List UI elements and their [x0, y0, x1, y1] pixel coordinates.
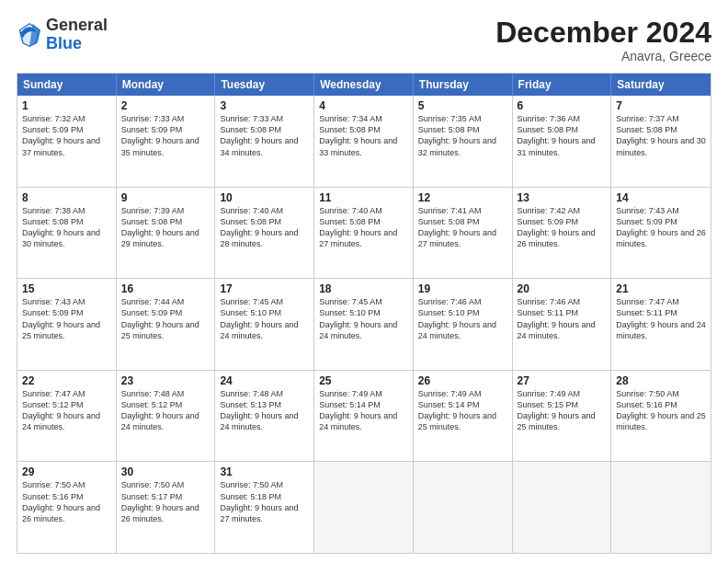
month-title: December 2024: [495, 17, 711, 49]
day-number: 3: [220, 99, 309, 112]
day-number: 24: [220, 374, 309, 387]
day-cell-8: 8Sunrise: 7:38 AM Sunset: 5:08 PM Daylig…: [17, 188, 117, 279]
day-cell-7: 7Sunrise: 7:37 AM Sunset: 5:08 PM Daylig…: [611, 96, 711, 187]
day-number: 27: [518, 374, 607, 387]
header-thursday: Thursday: [414, 74, 513, 96]
day-cell-22: 22Sunrise: 7:47 AM Sunset: 5:12 PM Dayli…: [17, 371, 117, 462]
cell-details: Sunrise: 7:46 AM Sunset: 5:11 PM Dayligh…: [518, 296, 607, 341]
day-cell-24: 24Sunrise: 7:48 AM Sunset: 5:13 PM Dayli…: [215, 371, 314, 462]
cell-details: Sunrise: 7:40 AM Sunset: 5:08 PM Dayligh…: [220, 205, 309, 250]
logo-general: General: [46, 16, 108, 34]
day-cell-19: 19Sunrise: 7:46 AM Sunset: 5:10 PM Dayli…: [414, 279, 513, 370]
calendar: Sunday Monday Tuesday Wednesday Thursday…: [17, 73, 711, 554]
empty-cell: [314, 462, 414, 553]
cell-details: Sunrise: 7:33 AM Sunset: 5:08 PM Dayligh…: [220, 113, 309, 158]
day-cell-28: 28Sunrise: 7:50 AM Sunset: 5:16 PM Dayli…: [611, 371, 711, 462]
cell-details: Sunrise: 7:33 AM Sunset: 5:09 PM Dayligh…: [121, 113, 210, 158]
day-cell-12: 12Sunrise: 7:41 AM Sunset: 5:08 PM Dayli…: [414, 188, 513, 279]
header: General Blue December 2024 Anavra, Greec…: [17, 17, 711, 63]
header-friday: Friday: [513, 74, 612, 96]
day-number: 14: [616, 191, 706, 204]
cell-details: Sunrise: 7:32 AM Sunset: 5:09 PM Dayligh…: [22, 113, 111, 158]
logo-text: General Blue: [46, 17, 108, 53]
day-number: 18: [319, 282, 408, 295]
day-number: 4: [319, 99, 408, 112]
day-number: 13: [518, 191, 607, 204]
day-number: 11: [319, 191, 408, 204]
day-number: 31: [220, 465, 309, 478]
cell-details: Sunrise: 7:49 AM Sunset: 5:15 PM Dayligh…: [518, 388, 607, 433]
day-cell-18: 18Sunrise: 7:45 AM Sunset: 5:10 PM Dayli…: [314, 279, 414, 370]
day-cell-9: 9Sunrise: 7:39 AM Sunset: 5:08 PM Daylig…: [117, 188, 216, 279]
day-number: 6: [518, 99, 607, 112]
cell-details: Sunrise: 7:50 AM Sunset: 5:18 PM Dayligh…: [220, 479, 309, 524]
cell-details: Sunrise: 7:50 AM Sunset: 5:16 PM Dayligh…: [616, 388, 706, 433]
day-number: 28: [616, 374, 706, 387]
day-cell-26: 26Sunrise: 7:49 AM Sunset: 5:14 PM Dayli…: [414, 371, 513, 462]
day-cell-27: 27Sunrise: 7:49 AM Sunset: 5:15 PM Dayli…: [513, 371, 612, 462]
logo-blue: Blue: [46, 34, 82, 52]
title-block: December 2024 Anavra, Greece: [495, 17, 711, 63]
header-wednesday: Wednesday: [314, 74, 414, 96]
cell-details: Sunrise: 7:38 AM Sunset: 5:08 PM Dayligh…: [22, 205, 111, 250]
cell-details: Sunrise: 7:48 AM Sunset: 5:12 PM Dayligh…: [121, 388, 210, 433]
cell-details: Sunrise: 7:46 AM Sunset: 5:10 PM Dayligh…: [418, 296, 507, 341]
empty-cell: [611, 462, 711, 553]
cell-details: Sunrise: 7:35 AM Sunset: 5:08 PM Dayligh…: [418, 113, 507, 158]
cell-details: Sunrise: 7:43 AM Sunset: 5:09 PM Dayligh…: [22, 296, 111, 341]
day-number: 19: [418, 282, 507, 295]
cell-details: Sunrise: 7:50 AM Sunset: 5:16 PM Dayligh…: [22, 479, 111, 524]
calendar-row-5: 29Sunrise: 7:50 AM Sunset: 5:16 PM Dayli…: [17, 461, 711, 553]
cell-details: Sunrise: 7:44 AM Sunset: 5:09 PM Dayligh…: [121, 296, 210, 341]
cell-details: Sunrise: 7:49 AM Sunset: 5:14 PM Dayligh…: [418, 388, 507, 433]
logo: General Blue: [17, 17, 108, 53]
header-monday: Monday: [117, 74, 216, 96]
calendar-row-1: 1Sunrise: 7:32 AM Sunset: 5:09 PM Daylig…: [17, 96, 711, 187]
logo-icon: [17, 22, 42, 48]
day-cell-11: 11Sunrise: 7:40 AM Sunset: 5:08 PM Dayli…: [314, 188, 414, 279]
day-number: 22: [22, 374, 111, 387]
day-number: 20: [518, 282, 607, 295]
day-number: 5: [418, 99, 507, 112]
day-number: 10: [220, 191, 309, 204]
day-number: 15: [22, 282, 111, 295]
day-number: 30: [121, 465, 210, 478]
day-cell-2: 2Sunrise: 7:33 AM Sunset: 5:09 PM Daylig…: [117, 96, 216, 187]
day-cell-29: 29Sunrise: 7:50 AM Sunset: 5:16 PM Dayli…: [17, 462, 117, 553]
cell-details: Sunrise: 7:50 AM Sunset: 5:17 PM Dayligh…: [121, 479, 210, 524]
day-cell-16: 16Sunrise: 7:44 AM Sunset: 5:09 PM Dayli…: [117, 279, 216, 370]
cell-details: Sunrise: 7:48 AM Sunset: 5:13 PM Dayligh…: [220, 388, 309, 433]
day-number: 8: [22, 191, 111, 204]
day-number: 21: [616, 282, 706, 295]
calendar-row-4: 22Sunrise: 7:47 AM Sunset: 5:12 PM Dayli…: [17, 370, 711, 462]
day-cell-6: 6Sunrise: 7:36 AM Sunset: 5:08 PM Daylig…: [513, 96, 612, 187]
day-cell-25: 25Sunrise: 7:49 AM Sunset: 5:14 PM Dayli…: [314, 371, 414, 462]
day-cell-10: 10Sunrise: 7:40 AM Sunset: 5:08 PM Dayli…: [215, 188, 314, 279]
day-number: 12: [418, 191, 507, 204]
day-number: 2: [121, 99, 210, 112]
cell-details: Sunrise: 7:39 AM Sunset: 5:08 PM Dayligh…: [121, 205, 210, 250]
page: General Blue December 2024 Anavra, Greec…: [0, 0, 728, 563]
day-cell-30: 30Sunrise: 7:50 AM Sunset: 5:17 PM Dayli…: [117, 462, 216, 553]
day-number: 16: [121, 282, 210, 295]
day-cell-23: 23Sunrise: 7:48 AM Sunset: 5:12 PM Dayli…: [117, 371, 216, 462]
day-cell-3: 3Sunrise: 7:33 AM Sunset: 5:08 PM Daylig…: [215, 96, 314, 187]
day-cell-31: 31Sunrise: 7:50 AM Sunset: 5:18 PM Dayli…: [215, 462, 314, 553]
day-number: 26: [418, 374, 507, 387]
cell-details: Sunrise: 7:43 AM Sunset: 5:09 PM Dayligh…: [616, 205, 706, 250]
location: Anavra, Greece: [495, 49, 711, 63]
day-number: 9: [121, 191, 210, 204]
cell-details: Sunrise: 7:49 AM Sunset: 5:14 PM Dayligh…: [319, 388, 408, 433]
day-cell-14: 14Sunrise: 7:43 AM Sunset: 5:09 PM Dayli…: [611, 188, 711, 279]
day-number: 23: [121, 374, 210, 387]
day-cell-21: 21Sunrise: 7:47 AM Sunset: 5:11 PM Dayli…: [611, 279, 711, 370]
cell-details: Sunrise: 7:36 AM Sunset: 5:08 PM Dayligh…: [518, 113, 607, 158]
cell-details: Sunrise: 7:41 AM Sunset: 5:08 PM Dayligh…: [418, 205, 507, 250]
cell-details: Sunrise: 7:37 AM Sunset: 5:08 PM Dayligh…: [616, 113, 706, 158]
header-tuesday: Tuesday: [215, 74, 314, 96]
header-saturday: Saturday: [611, 74, 711, 96]
calendar-row-2: 8Sunrise: 7:38 AM Sunset: 5:08 PM Daylig…: [17, 187, 711, 279]
empty-cell: [414, 462, 513, 553]
day-number: 1: [22, 99, 111, 112]
day-cell-20: 20Sunrise: 7:46 AM Sunset: 5:11 PM Dayli…: [513, 279, 612, 370]
